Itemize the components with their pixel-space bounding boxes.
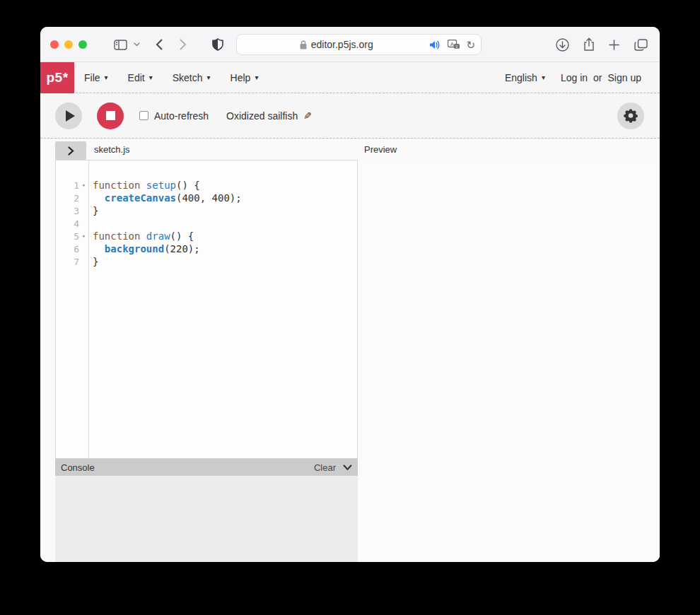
reload-icon[interactable]: ↻ — [466, 40, 475, 50]
auto-refresh-group: Auto-refresh — [139, 110, 209, 122]
menu-help[interactable]: Help ▾ — [221, 62, 269, 93]
line-number: 5▾ — [56, 230, 88, 242]
console-clear-button[interactable]: Clear — [314, 462, 336, 473]
code-line[interactable]: createCanvas(400, 400); — [93, 192, 357, 204]
chevron-down-icon: ▾ — [542, 74, 545, 81]
editor-gutter: 1▾2345▾67 — [56, 160, 89, 458]
chevron-down-icon[interactable] — [131, 27, 142, 62]
zoom-window-button[interactable] — [78, 40, 87, 49]
code-line[interactable]: function setup() { — [93, 179, 357, 192]
menu-edit-label: Edit — [128, 72, 145, 83]
auto-refresh-checkbox[interactable] — [139, 111, 148, 120]
or-text: or — [593, 72, 602, 83]
line-number: 4 — [56, 217, 88, 230]
editor-code[interactable]: function setup() { createCanvas(400, 400… — [89, 160, 357, 458]
lock-icon — [300, 40, 307, 49]
code-line[interactable]: } — [93, 204, 357, 217]
line-number: 2 — [56, 192, 88, 204]
address-bar-icons: A 文 ↻ — [430, 40, 475, 50]
code-line[interactable] — [93, 217, 357, 230]
sign-up-link[interactable]: Sign up — [608, 72, 641, 83]
preview-label: Preview — [364, 144, 397, 155]
p5-logo[interactable]: p5* — [40, 62, 74, 93]
line-number: 1▾ — [56, 179, 88, 192]
code-line[interactable]: } — [93, 255, 357, 268]
menu-edit[interactable]: Edit ▾ — [118, 62, 163, 93]
console-title: Console — [61, 462, 95, 473]
auto-refresh-label: Auto-refresh — [154, 110, 209, 122]
browser-toolbar: editor.p5js.org A 文 ↻ — [40, 27, 660, 62]
stop-icon — [106, 111, 115, 120]
menu-help-label: Help — [231, 72, 251, 83]
share-icon[interactable] — [581, 27, 597, 62]
language-label: English — [505, 72, 537, 83]
desktop-background: editor.p5js.org A 文 ↻ — [0, 0, 700, 615]
menu-sketch[interactable]: Sketch ▾ — [163, 62, 221, 93]
line-number: 7 — [56, 255, 88, 268]
chevron-down-icon: ▾ — [149, 74, 153, 81]
line-number: 6 — [56, 242, 88, 255]
svg-text:文: 文 — [455, 45, 460, 49]
close-window-button[interactable] — [50, 40, 59, 49]
project-name: Oxidized sailfish — [226, 110, 298, 122]
traffic-lights — [50, 40, 87, 49]
fold-arrow-icon[interactable]: ▾ — [79, 179, 88, 192]
play-icon — [66, 110, 75, 122]
log-in-link[interactable]: Log in — [561, 72, 588, 83]
sidebar-expand-button[interactable] — [55, 141, 86, 160]
console-collapse-icon[interactable] — [343, 464, 352, 471]
console-output — [55, 476, 358, 562]
browser-window: editor.p5js.org A 文 ↻ — [40, 27, 660, 562]
sidebar-toggle-icon[interactable] — [112, 27, 129, 62]
menu-file[interactable]: File ▾ — [74, 62, 118, 93]
code-line[interactable]: function draw() { — [93, 230, 357, 242]
gear-icon — [624, 109, 638, 123]
p5-nav-bar: p5* File ▾ Edit ▾ Sketch ▾ Help ▾ Englis… — [40, 62, 660, 93]
privacy-shield-icon[interactable] — [210, 27, 226, 62]
new-tab-icon[interactable] — [607, 27, 621, 62]
preview-frame — [358, 160, 660, 562]
language-selector[interactable]: English ▾ — [505, 72, 545, 83]
play-button[interactable] — [55, 102, 82, 129]
speaker-icon[interactable] — [430, 40, 441, 49]
console-actions: Clear — [314, 462, 352, 473]
svg-text:A: A — [450, 41, 455, 47]
fold-arrow-icon[interactable]: ▾ — [79, 230, 88, 242]
stop-button[interactable] — [97, 102, 124, 129]
tab-overview-icon[interactable] — [632, 27, 649, 62]
nav-right: English ▾ Log in or Sign up — [505, 72, 660, 83]
tab-sketch-js[interactable]: sketch.js — [94, 144, 130, 155]
back-icon[interactable] — [152, 27, 166, 62]
code-line[interactable]: background(220); — [93, 242, 357, 255]
workspace: sketch.js Preview 1▾2345▾67 function set… — [40, 139, 660, 562]
chevron-down-icon: ▾ — [255, 74, 258, 81]
translate-icon[interactable]: A 文 — [448, 40, 460, 49]
downloads-icon[interactable] — [554, 27, 570, 62]
url-text: editor.p5js.org — [311, 39, 373, 50]
chevron-down-icon: ▾ — [207, 74, 211, 81]
sketch-toolbar: Auto-refresh Oxidized sailfish ✎ — [40, 93, 660, 139]
address-bar-center: editor.p5js.org — [243, 39, 430, 50]
address-bar[interactable]: editor.p5js.org A 文 ↻ — [236, 34, 482, 55]
forward-icon[interactable] — [176, 27, 190, 62]
menu-sketch-label: Sketch — [173, 72, 203, 83]
line-number: 3 — [56, 204, 88, 217]
project-name-group: Oxidized sailfish ✎ — [226, 110, 312, 122]
minimize-window-button[interactable] — [64, 40, 73, 49]
settings-button[interactable] — [617, 102, 644, 129]
chevron-down-icon: ▾ — [105, 74, 108, 81]
chevron-right-icon — [68, 146, 74, 156]
edit-project-name-icon[interactable]: ✎ — [303, 110, 312, 122]
menu-file-label: File — [84, 72, 100, 83]
console-header: Console Clear — [55, 459, 358, 476]
code-editor[interactable]: 1▾2345▾67 function setup() { createCanva… — [55, 160, 358, 459]
